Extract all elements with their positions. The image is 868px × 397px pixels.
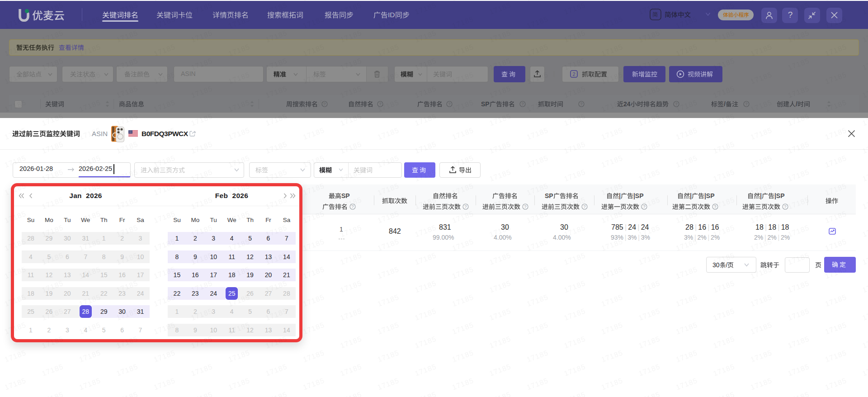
svg-text:?: ?: [745, 102, 747, 106]
svg-text:?: ?: [352, 204, 354, 209]
svg-text:?: ?: [465, 204, 467, 209]
svg-text:?: ?: [448, 102, 450, 106]
svg-text:?: ?: [714, 204, 717, 209]
svg-text:?: ?: [643, 204, 646, 209]
svg-text:?: ?: [584, 204, 586, 209]
svg-text:?: ?: [580, 102, 582, 106]
svg-text:?: ?: [784, 204, 787, 209]
svg-text:?: ?: [521, 102, 524, 106]
svg-text:?: ?: [524, 204, 527, 209]
svg-text:?: ?: [379, 102, 381, 106]
svg-text:?: ?: [323, 102, 326, 106]
svg-text:2: 2: [572, 71, 575, 77]
svg-text:?: ?: [675, 102, 677, 106]
